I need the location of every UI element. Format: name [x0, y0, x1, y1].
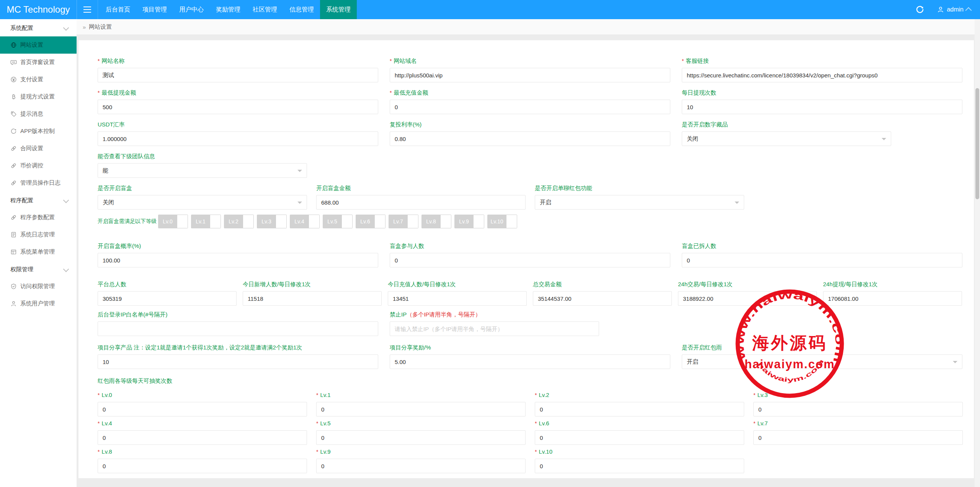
level-checkbox-lv1[interactable]: Lv.1: [191, 215, 221, 228]
share-product-input[interactable]: [98, 354, 378, 369]
blind-box-join-input[interactable]: [390, 253, 670, 267]
sidebar-item-access-permissions[interactable]: 访问权限管理: [0, 278, 77, 295]
required-asterisk: *: [316, 449, 318, 455]
lv0-input[interactable]: [98, 402, 307, 416]
sidebar-section-system-config[interactable]: 系统配置: [0, 19, 77, 36]
checkbox[interactable]: [474, 215, 484, 228]
nav-item-dashboard[interactable]: 后台首页: [100, 0, 136, 19]
nav-item-users[interactable]: 用户中心: [173, 0, 210, 19]
site-name-input[interactable]: [98, 68, 378, 82]
link-icon: [10, 180, 17, 186]
sidebar-item-system-users[interactable]: 系统用户管理: [0, 295, 77, 312]
lv3-input[interactable]: [753, 402, 963, 416]
level-checkbox-lv3[interactable]: Lv.3: [257, 215, 287, 228]
admin-user-menu[interactable]: admin: [933, 0, 980, 19]
level-checkbox-lv0[interactable]: Lv.0: [158, 215, 188, 228]
blind-box-amount-input[interactable]: [316, 195, 526, 210]
nav-item-system[interactable]: 系统管理: [320, 0, 357, 19]
field-daily-withdraw-times: 每日提现次数: [682, 89, 962, 114]
lv6-input[interactable]: [535, 430, 744, 445]
level-checkbox-lv6[interactable]: Lv.6: [356, 215, 385, 228]
menu-grid-icon: [10, 249, 17, 255]
total-trade-input[interactable]: [533, 291, 672, 306]
refresh-icon: [916, 5, 924, 14]
ip-whitelist-input[interactable]: [98, 321, 378, 336]
lv9-input[interactable]: [316, 459, 526, 473]
blind-box-rate-input[interactable]: [98, 253, 378, 267]
checkbox[interactable]: [342, 215, 353, 228]
min-withdraw-input[interactable]: [98, 100, 378, 114]
checkbox[interactable]: [408, 215, 418, 228]
field-blind-box-amount: 开启盲盒金额: [316, 185, 526, 210]
single-chat-redpacket-select[interactable]: 开启: [535, 195, 744, 210]
checkbox[interactable]: [441, 215, 451, 228]
checkbox[interactable]: [210, 215, 221, 228]
scrollbar-thumb[interactable]: [975, 88, 979, 199]
daily-withdraw-times-input[interactable]: [682, 100, 962, 114]
nav-item-information[interactable]: 信息管理: [283, 0, 320, 19]
hamburger-menu-icon[interactable]: [77, 0, 98, 19]
field-lv1: *Lv.1: [316, 392, 526, 416]
min-recharge-input[interactable]: [390, 100, 670, 114]
sidebar-item-home-popup[interactable]: 首页弹窗设置: [0, 54, 77, 71]
sidebar-section-program-config[interactable]: 程序配置: [0, 192, 77, 209]
withdraw-24h-input[interactable]: [823, 291, 962, 306]
trade-24h-input[interactable]: [678, 291, 817, 306]
usdt-rate-input[interactable]: [98, 131, 378, 146]
redpacket-rain-select[interactable]: 开启: [682, 354, 962, 369]
level-checkbox-lv4[interactable]: Lv.4: [290, 215, 320, 228]
lv7-input[interactable]: [753, 430, 963, 445]
level-checkbox-lv2[interactable]: Lv.2: [224, 215, 254, 228]
level-checkbox-lv10[interactable]: Lv.10: [487, 215, 517, 228]
sidebar-section-permissions[interactable]: 权限管理: [0, 261, 77, 278]
share-reward-input[interactable]: [390, 354, 670, 369]
digital-collection-select[interactable]: 关闭: [682, 131, 891, 146]
sidebar-item-tip-messages[interactable]: 提示消息: [0, 105, 77, 123]
lv1-input[interactable]: [316, 402, 526, 416]
lv5-input[interactable]: [316, 430, 526, 445]
nav-item-community[interactable]: 社区管理: [247, 0, 283, 19]
checkbox[interactable]: [309, 215, 320, 228]
level-checkbox-lv8[interactable]: Lv.8: [421, 215, 451, 228]
lv4-input[interactable]: [98, 430, 307, 445]
sidebar-item-system-logs[interactable]: 系统日志管理: [0, 226, 77, 243]
select-caret-icon: [953, 361, 957, 366]
sidebar-item-withdraw-methods[interactable]: 提现方式设置: [0, 88, 77, 105]
platform-total-input[interactable]: [98, 291, 237, 306]
level-checkbox-lv5[interactable]: Lv.5: [323, 215, 353, 228]
sidebar-item-coin-price[interactable]: 币价调控: [0, 157, 77, 174]
view-team-select[interactable]: 能: [98, 163, 307, 178]
refresh-button[interactable]: [906, 0, 933, 19]
lv10-input[interactable]: [535, 459, 744, 473]
ip-ban-input[interactable]: [390, 321, 599, 336]
service-link-input[interactable]: [682, 68, 962, 82]
blind-box-enable-select[interactable]: 关闭: [98, 195, 307, 210]
checkbox[interactable]: [177, 215, 188, 228]
sidebar-item-admin-logs[interactable]: 管理员操作日志: [0, 174, 77, 192]
sidebar-item-payment-settings[interactable]: 支付设置: [0, 71, 77, 88]
checkbox[interactable]: [375, 215, 385, 228]
sidebar-item-app-version[interactable]: APP版本控制: [0, 123, 77, 140]
reinvest-rate-input[interactable]: [390, 131, 670, 146]
nav-item-projects[interactable]: 项目管理: [136, 0, 173, 19]
sidebar-item-program-params[interactable]: 程序参数配置: [0, 209, 77, 226]
checkbox[interactable]: [276, 215, 287, 228]
checkbox[interactable]: [506, 215, 517, 228]
level-checkbox-lv9[interactable]: Lv.9: [454, 215, 484, 228]
required-asterisk: *: [316, 420, 318, 426]
blind-box-opened-input[interactable]: [682, 253, 962, 267]
nav-item-rewards[interactable]: 奖励管理: [210, 0, 247, 19]
lv2-input[interactable]: [535, 402, 744, 416]
field-blind-box-opened: 盲盒已拆人数: [682, 243, 962, 267]
field-site-domain: *网站域名: [390, 57, 670, 82]
lv8-input[interactable]: [98, 459, 307, 473]
sidebar-item-site-settings[interactable]: 网站设置: [0, 36, 77, 54]
today-recharge-input[interactable]: [388, 291, 527, 306]
today-new-input[interactable]: [243, 291, 382, 306]
checkbox[interactable]: [243, 215, 254, 228]
sidebar-item-system-menus[interactable]: 系统菜单管理: [0, 243, 77, 261]
sidebar-item-contract-settings[interactable]: 合同设置: [0, 140, 77, 157]
level-checkbox-lv7[interactable]: Lv.7: [389, 215, 418, 228]
site-domain-input[interactable]: [390, 68, 670, 82]
field-reinvest-rate: 复投利率(%): [390, 121, 670, 146]
